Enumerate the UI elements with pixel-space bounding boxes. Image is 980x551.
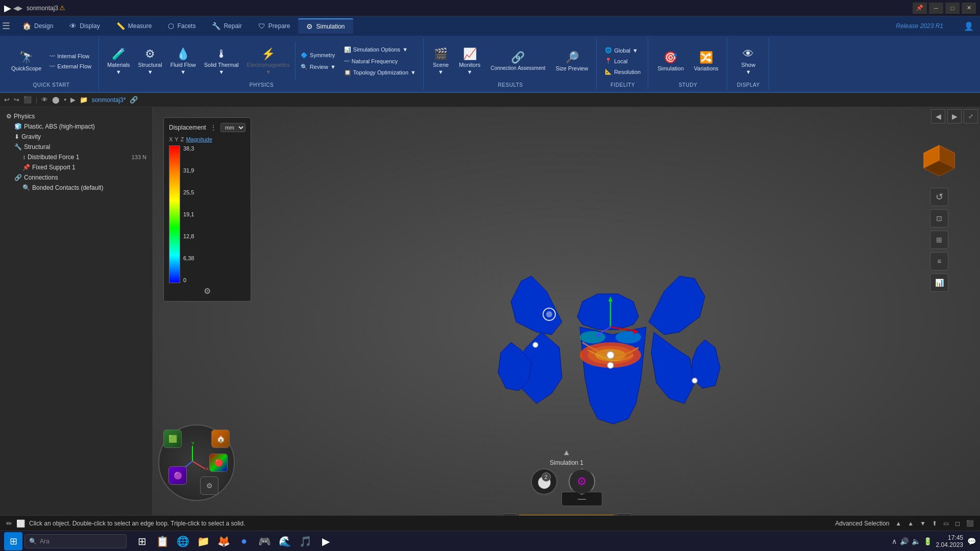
close-button[interactable]: ✕ — [962, 3, 976, 14]
folder-button[interactable]: 📁 — [80, 96, 88, 104]
global-button[interactable]: 🌐 Global ▼ — [602, 45, 644, 55]
expand-icon[interactable]: ▲ — [895, 520, 901, 527]
tab-y[interactable]: Y — [175, 136, 178, 142]
show-button[interactable]: 👁 Show ▼ — [737, 45, 760, 77]
monitors-button[interactable]: 📈 Monitors ▼ — [455, 45, 484, 77]
tree-physics[interactable]: ⚙ Physics — [4, 111, 149, 121]
clock[interactable]: 17:45 2.04.2023 — [936, 534, 963, 548]
view-cube[interactable] — [916, 138, 962, 184]
taskbar-app-taskview[interactable]: ⊞ — [133, 532, 151, 550]
nav-btn-purple[interactable]: 🟣 — [168, 466, 187, 485]
tree-distributed-force[interactable]: ↕ Distributed Force 1 133 N — [4, 152, 149, 162]
link-button[interactable]: 🔗 — [130, 96, 138, 104]
solid-thermal-button[interactable]: 🌡 Solid Thermal ▼ — [201, 45, 242, 77]
circle-button[interactable]: ⬤ — [52, 96, 60, 104]
volume-icon[interactable]: 🔈 — [912, 537, 920, 545]
tree-gravity[interactable]: ⬇ Gravity — [4, 132, 149, 142]
grid-button[interactable]: ⊞ — [930, 231, 948, 249]
nav-back[interactable]: ◀ — [13, 5, 18, 12]
simulation-options-button[interactable]: 📊 Simulation Options ▼ — [341, 45, 419, 55]
reset-view-button[interactable]: ↺ — [930, 188, 948, 206]
variations-button[interactable]: 🔀 Variations — [690, 49, 723, 73]
sel-mode-2[interactable]: ◻ — [955, 520, 960, 527]
panel-toggle-left[interactable]: ◀ — [931, 109, 945, 123]
battery-icon[interactable]: 🔋 — [923, 537, 932, 545]
nav-btn-green[interactable]: 🟩 — [163, 430, 182, 448]
taskbar-app-2[interactable]: 🌐 — [174, 532, 192, 550]
tab-x[interactable]: X — [169, 136, 173, 142]
eraser-icon[interactable]: ⬜ — [16, 519, 25, 528]
sel-arrow-down[interactable]: ▼ — [920, 520, 926, 527]
project-name[interactable]: sonmontaj3* — [92, 96, 126, 104]
zoom-fit-button[interactable]: ⊡ — [930, 209, 948, 228]
tree-connections[interactable]: 🔗 Connections — [4, 172, 149, 183]
tree-material[interactable]: 🧊 Plastic, ABS (high-impact) — [4, 121, 149, 132]
connection-assessment-button[interactable]: 🔗 Connection Assessment — [486, 49, 549, 73]
restore-button[interactable]: □ — [945, 3, 960, 14]
nav-btn-orange[interactable]: 🏠 — [211, 430, 230, 448]
sel-mode-3[interactable]: ⬛ — [966, 520, 974, 527]
pencil-icon[interactable]: ✏ — [6, 519, 12, 528]
sel-arrow-up[interactable]: ▲ — [908, 520, 914, 527]
tab-measure[interactable]: 📏 Measure — [108, 19, 160, 33]
cursor-icon[interactable]: ⬆ — [932, 520, 937, 527]
notification-icon[interactable]: 💬 — [967, 537, 976, 545]
expand-button[interactable]: ⤢ — [964, 109, 978, 123]
sel-mode-1[interactable]: ▭ — [943, 520, 949, 527]
layers-button[interactable]: ≡ — [930, 252, 948, 270]
taskbar-app-5[interactable]: 🎵 — [296, 532, 314, 550]
tab-z[interactable]: Z — [181, 136, 184, 142]
start-button[interactable]: ⊞ — [4, 532, 22, 550]
natural-freq-button[interactable]: 〰 Natural Frequency — [341, 57, 419, 66]
tray-up[interactable]: ∧ — [892, 537, 897, 545]
undo-button[interactable]: ↩ — [4, 96, 10, 104]
tab-facets[interactable]: ⬡ Facets — [160, 19, 204, 33]
advanced-selection[interactable]: Advanced Selection — [835, 520, 889, 527]
user-icon[interactable]: 👤 — [964, 21, 974, 31]
tab-prepare[interactable]: 🛡 Prepare — [250, 19, 299, 33]
network-icon[interactable]: 🔊 — [900, 537, 909, 545]
taskbar-app-chrome[interactable]: ● — [235, 532, 253, 550]
sim-expand-button[interactable]: ▲ — [562, 448, 571, 457]
panel-toggle-right[interactable]: ▶ — [947, 109, 962, 123]
review-button[interactable]: 🔍 Review ▼ — [298, 62, 339, 72]
taskbar-app-explorer[interactable]: 📁 — [194, 532, 212, 550]
nav-btn-settings[interactable]: ⚙ — [200, 477, 218, 495]
hamburger-menu[interactable]: ☰ — [2, 20, 10, 32]
taskbar-app-game[interactable]: 🎮 — [255, 532, 274, 550]
settings-button[interactable]: ⚙ — [169, 286, 246, 296]
resolution-button[interactable]: 📐 Resolution — [602, 67, 644, 77]
unit-select[interactable]: mm m cm — [220, 123, 246, 132]
tab-magnitude[interactable]: Magnitude — [186, 136, 212, 142]
taskbar-app-firefox[interactable]: 🦊 — [214, 532, 233, 550]
tab-display[interactable]: 👁 Display — [61, 19, 108, 33]
sim-gear-button[interactable]: ⚙ — [569, 468, 595, 495]
taskbar-app-1[interactable]: 📋 — [153, 532, 172, 550]
simulation-button[interactable]: 🎯 Simulation — [653, 49, 688, 73]
chart-button[interactable]: 📊 — [930, 273, 948, 292]
sim-counter-button[interactable]: ⬤ 2 — [531, 468, 557, 495]
dot-button[interactable]: • — [64, 96, 66, 104]
size-preview-button[interactable]: 🔎 Size Preview — [552, 49, 593, 73]
fluid-flow-button[interactable]: 💧 Fluid Flow ▼ — [167, 45, 199, 77]
eye-button[interactable]: 👁 — [41, 96, 48, 104]
taskbar-app-edge[interactable]: 🌊 — [276, 532, 294, 550]
nav-fwd[interactable]: ▶ — [18, 5, 22, 12]
nav-btn-multicolor[interactable]: 🔴 — [209, 454, 228, 472]
tab-repair[interactable]: 🔧 Repair — [204, 19, 250, 33]
symmetry-button[interactable]: 🔷 Symmetry — [298, 51, 339, 60]
search-bar[interactable]: 🔍 Ara — [24, 534, 127, 548]
pin-button[interactable]: 📌 — [913, 3, 927, 14]
run-button[interactable]: ▶ — [70, 96, 76, 104]
local-button[interactable]: 📍 Local — [602, 56, 644, 66]
redo-button[interactable]: ↪ — [14, 96, 19, 104]
materials-button[interactable]: 🧪 Materials ▼ — [104, 45, 133, 77]
minimize-button[interactable]: ─ — [929, 3, 943, 14]
tree-bonded-contacts[interactable]: 🔍 Bonded Contacts (default) — [4, 183, 149, 193]
quickscope-button[interactable]: 🔭 QuickScope — [8, 49, 44, 73]
internal-flow-button[interactable]: 〰 Internal Flow — [46, 52, 94, 61]
tree-fixed-support[interactable]: 📌 Fixed Support 1 — [4, 162, 149, 172]
taskbar-app-6[interactable]: ▶ — [316, 532, 335, 550]
topology-opt-button[interactable]: 🔲 Topology Optimization ▼ — [341, 68, 419, 78]
tab-simulation[interactable]: ⚙ Simulation — [298, 18, 353, 34]
